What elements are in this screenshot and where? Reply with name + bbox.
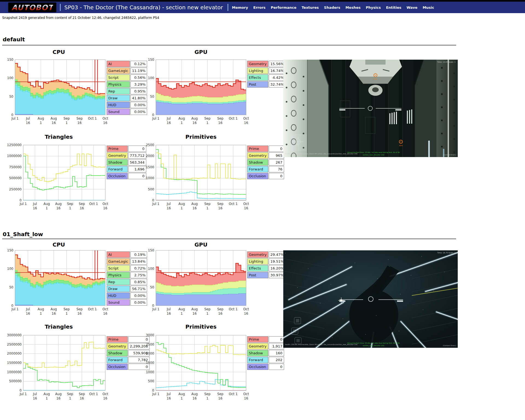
legend-label: Rep [107, 88, 130, 94]
legend-row: Effects16.20% [247, 265, 285, 271]
svg-text:Oct 1: Oct 1 [89, 202, 98, 206]
legend-label: AI [107, 251, 130, 258]
nav-item-music[interactable]: Music [423, 5, 434, 10]
svg-text:health: 250.00, Invulnerable,: health: 250.00, Invulnerable, Zoom HH ac… [285, 153, 358, 155]
nav-item-entities[interactable]: Entities [386, 5, 401, 10]
svg-text:500: 500 [148, 187, 154, 191]
svg-text:1500: 1500 [146, 361, 154, 365]
legend-row: AI0.12% [107, 61, 147, 67]
legend-row: GameLogic11.19% [107, 68, 147, 74]
legend-row: Effects4.42% [247, 74, 285, 81]
cpu-legend: AI0.12%GameLogic11.19%Script0.56%Physics… [106, 60, 148, 115]
nav-item-performance[interactable]: Performance [271, 5, 296, 10]
legend-row: GameLogic13.84% [107, 258, 147, 265]
legend-row: Forward7,782 [107, 357, 150, 363]
svg-text:100: 100 [148, 76, 154, 80]
legend-row: Post32.74% [247, 81, 285, 88]
svg-text:Oct 1: Oct 1 [229, 307, 238, 311]
svg-text:Sep: Sep [79, 392, 85, 396]
svg-text:1500: 1500 [146, 165, 154, 169]
svg-text:Aug: Aug [191, 202, 198, 206]
svg-text:Aug: Aug [179, 117, 185, 120]
nav-item-errors[interactable]: Errors [253, 5, 266, 10]
snapshot-info: Snapshot 2419 generated from content of … [2, 16, 159, 20]
svg-text:750000: 750000 [9, 165, 22, 169]
cpu-chart-title: CPU [15, 49, 103, 55]
nav-item-wave[interactable]: Wave [407, 5, 418, 10]
svg-text:16: 16 [80, 206, 84, 210]
svg-text:2500: 2500 [146, 343, 154, 346]
legend-row: Geometry29.47% [247, 251, 285, 258]
legend-label: Shadow [107, 159, 128, 166]
legend-row: Physics2.75% [107, 272, 147, 278]
nav-item-memory[interactable]: Memory [232, 5, 248, 10]
svg-text:Jul 1: Jul 1 [152, 392, 159, 396]
game-screenshot-2: Time: 16.75 Scale: 1health: 250.00, Invu… [283, 250, 458, 348]
svg-text:Oct 1: Oct 1 [229, 117, 238, 120]
nav-item-textures[interactable]: Textures [302, 5, 319, 10]
svg-text:Time: 13.87 Scale: 1: Time: 13.87 Scale: 1 [437, 61, 456, 63]
svg-text:Aug: Aug [51, 117, 57, 120]
svg-text:1: 1 [206, 396, 209, 400]
svg-text:Sep: Sep [204, 307, 211, 311]
svg-text:[Content Errors]: [Content Errors] [443, 154, 456, 156]
svg-text:Oct: Oct [103, 202, 108, 206]
legend-label: Shadow [107, 350, 128, 356]
nav-item-meshes[interactable]: Meshes [345, 5, 360, 10]
svg-text:1: 1 [206, 121, 209, 125]
legend-label: GameLogic [107, 258, 130, 265]
legend-label: Forward [107, 166, 128, 172]
primitives-chart: 05001000150020002500Jul 1Jul16Aug1Aug16S… [144, 143, 250, 212]
triangles-legend: Prime0Geometry773,712Shadow563,344Forwar… [106, 145, 147, 180]
legend-row: Sound0.00% [107, 109, 147, 115]
svg-text:Jul 1: Jul 1 [11, 307, 19, 311]
svg-text:Oct: Oct [103, 392, 108, 396]
legend-row: Shadow267 [247, 159, 284, 166]
legend-row: Rep0.95% [107, 88, 147, 94]
svg-text:2000000: 2000000 [7, 352, 22, 355]
legend-row: Draw41.80% [107, 95, 147, 101]
svg-text:16: 16 [244, 396, 248, 400]
svg-text:16: 16 [103, 396, 107, 400]
nav-separator [228, 4, 228, 11]
legend-row: HUD0.00% [107, 102, 147, 108]
primitives-chart: 050010001500200025003000Jul 1Jul16Aug1Au… [144, 333, 250, 402]
svg-text:Sep: Sep [204, 392, 211, 396]
svg-text:1000000: 1000000 [7, 154, 22, 158]
nav-item-physics[interactable]: Physics [366, 5, 381, 10]
svg-text:500000: 500000 [9, 379, 22, 383]
svg-text:Jul: Jul [26, 307, 30, 311]
legend-row: Rep0.85% [107, 279, 147, 285]
legend-row: Lighting19.51% [247, 258, 285, 265]
legend-value: 202 [269, 357, 284, 363]
autobot-logo[interactable]: AUTOBOT [8, 2, 56, 12]
svg-text:Jul: Jul [26, 117, 30, 120]
svg-text:Aug: Aug [43, 202, 50, 206]
legend-row: Post30.97% [247, 272, 285, 278]
svg-text:16: 16 [33, 396, 37, 400]
primitives-chart-title: Primitives [156, 134, 246, 140]
legend-label: HUD [107, 102, 130, 108]
svg-text:health: 250.00, Invulnerable,: health: 250.00, Invulnerable, Zoom HH ac… [285, 343, 358, 346]
svg-text:Aug: Aug [179, 307, 185, 311]
svg-text:16: 16 [244, 206, 248, 210]
triangles-chart-title: Triangles [15, 323, 103, 330]
svg-text:3000: 3000 [146, 333, 154, 337]
nav-separator [60, 4, 61, 11]
cpu-chart: 050100150Jul 1Jul16Aug1Aug16Sep1Sep16Oct… [3, 248, 109, 317]
svg-text:1: 1 [180, 396, 183, 400]
section-title: 01_Shaft_low [3, 231, 43, 237]
legend-label: Occlusion [107, 364, 128, 370]
svg-text:16: 16 [192, 312, 197, 315]
svg-text:Sep: Sep [76, 307, 83, 311]
svg-text:Jul: Jul [167, 117, 171, 120]
legend-row: Occlusion0 [107, 173, 146, 179]
svg-text:Aug: Aug [51, 307, 57, 311]
legend-row: Lighting16.74% [247, 68, 285, 74]
legend-label: Draw [107, 95, 130, 101]
nav-item-shaders[interactable]: Shaders [324, 5, 340, 10]
svg-text:16: 16 [192, 121, 197, 125]
svg-text:16: 16 [244, 312, 248, 315]
svg-text:0: 0 [19, 198, 22, 202]
svg-text:Jul: Jul [167, 392, 171, 396]
